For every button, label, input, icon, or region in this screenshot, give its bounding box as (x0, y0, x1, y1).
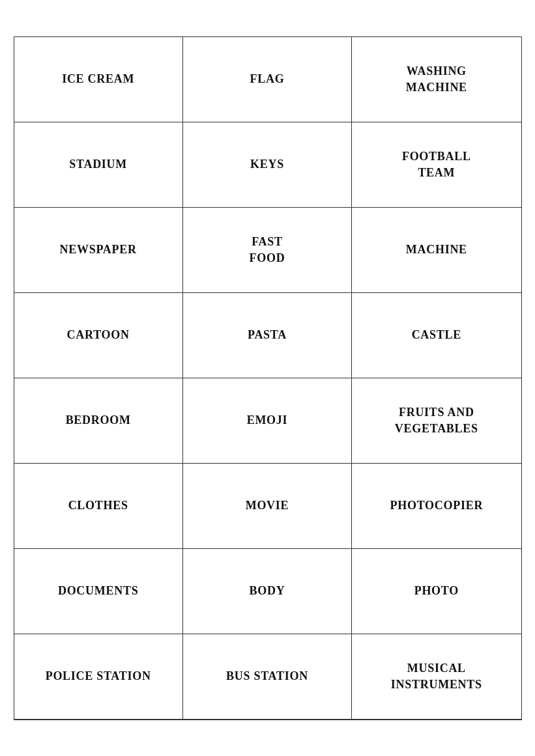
grid-row-2: NEWSPAPERFASTFOODMACHINE (14, 208, 521, 293)
cell-keys: KEYS (183, 122, 352, 207)
cell-washing-machine: WASHINGMACHINE (352, 37, 521, 122)
cell-movie: MOVIE (183, 464, 352, 548)
cell-photocopier: PHOTOCOPIER (352, 464, 521, 548)
cell-clothes: CLOTHES (14, 464, 183, 548)
cell-emoji: EMOJI (183, 378, 352, 463)
cell-castle: CASTLE (352, 293, 521, 378)
cell-fruits-vegetables: FRUITS ANDVEGETABLES (352, 378, 521, 463)
cell-ice-cream: ICE CREAM (14, 37, 183, 122)
cell-fast-food: FASTFOOD (183, 208, 352, 292)
grid-row-7: POLICE STATIONBUS STATIONMUSICALINSTRUME… (14, 634, 521, 720)
cell-body: BODY (183, 549, 352, 634)
grid-row-1: STADIUMKEYSFOOTBALLTEAM (14, 122, 521, 208)
cell-bus-station: BUS STATION (183, 634, 352, 719)
grid-row-5: CLOTHESMOVIEPHOTOCOPIER (14, 464, 521, 549)
cell-photo: PHOTO (352, 549, 521, 634)
cell-pasta: PASTA (183, 293, 352, 378)
cell-newspaper: NEWSPAPER (14, 208, 183, 292)
grid-row-6: DOCUMENTSBODYPHOTO (14, 549, 521, 634)
grid-row-0: ICE CREAMFLAGWASHINGMACHINE (14, 37, 521, 122)
grid-row-3: CARTOONPASTACASTLE (14, 293, 521, 378)
cell-documents: DOCUMENTS (14, 549, 183, 634)
cell-football-team: FOOTBALLTEAM (352, 122, 521, 207)
word-grid: ICE CREAMFLAGWASHINGMACHINESTADIUMKEYSFO… (14, 36, 522, 720)
cell-machine: MACHINE (352, 208, 521, 292)
cell-cartoon: CARTOON (14, 293, 183, 378)
grid-row-4: BEDROOMEMOJIFRUITS ANDVEGETABLES (14, 378, 521, 464)
cell-musical-instruments: MUSICALINSTRUMENTS (352, 634, 521, 719)
cell-stadium: STADIUM (14, 122, 183, 207)
cell-flag: FLAG (183, 37, 352, 122)
cell-bedroom: BEDROOM (14, 378, 183, 463)
cell-police-station: POLICE STATION (14, 634, 183, 719)
